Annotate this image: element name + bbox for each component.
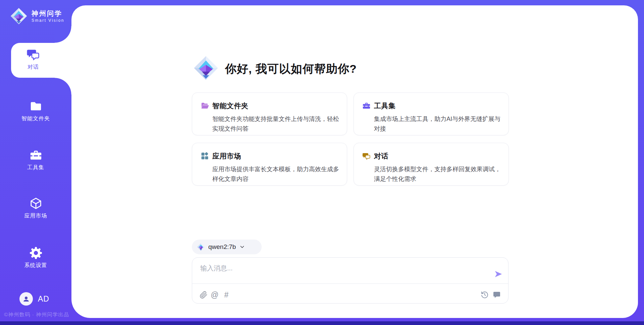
active-tab-curve-top (55, 26, 71, 43)
message-input[interactable] (200, 263, 489, 282)
message-composer: @ # (192, 257, 508, 304)
card-chat[interactable]: 对话 灵活切换多模型文件，支持多样回复效果调试，满足个性化需求 (354, 143, 509, 186)
brand-name-en: Smart Vision (32, 18, 64, 23)
composer-divider (192, 283, 508, 284)
chat-icon (362, 152, 371, 160)
bottom-bar (0, 321, 644, 325)
feature-cards: 智能文件夹 智能文件夹功能支持批量文件上传与清洗，轻松实现文件问答 工具集 集成… (192, 92, 509, 186)
card-title: 工具集 (374, 101, 396, 111)
send-icon[interactable] (494, 270, 503, 278)
brand-name-cn: 神州问学 (32, 10, 64, 17)
model-name: qwen2:7b (208, 243, 236, 251)
cube-icon (30, 197, 42, 210)
person-icon (22, 295, 30, 303)
main-panel: 你好, 我可以如何帮助你? 智能文件夹 智能文件夹功能支持批量文件上传与清洗，轻… (71, 5, 638, 318)
folder-open-icon (201, 102, 209, 110)
brand-logo: 神州问学 Smart Vision (10, 7, 64, 25)
hashtag-icon[interactable]: # (222, 291, 230, 299)
sidebar-item-app-market[interactable]: 应用市场 (0, 197, 71, 219)
card-title: 对话 (374, 151, 388, 161)
sidebar-item-toolset[interactable]: 工具集 (0, 149, 71, 171)
greeting-title: 你好, 我可以如何帮助你? (225, 61, 357, 77)
card-smart-folder[interactable]: 智能文件夹 智能文件夹功能支持批量文件上传与清洗，轻松实现文件问答 (192, 92, 347, 135)
user-initials: AD (38, 295, 49, 304)
sidebar-item-label: 应用市场 (24, 212, 47, 219)
toolbox-icon (30, 149, 42, 161)
model-selector[interactable]: qwen2:7b (192, 240, 262, 254)
model-diamond-icon (197, 243, 205, 251)
card-description: 灵活切换多模型文件，支持多样回复效果调试，满足个性化需求 (374, 165, 502, 184)
gear-icon (30, 247, 42, 259)
card-description: 应用市场提供丰富长文本模板，助力高效生成多样化文章内容 (212, 165, 340, 184)
card-description: 集成市场上主流工具，助力AI与外界无缝扩展与对接 (374, 114, 502, 134)
mention-icon[interactable]: @ (211, 291, 219, 299)
sidebar-item-smart-folder[interactable]: 智能文件夹 (0, 100, 71, 122)
card-toolset[interactable]: 工具集 集成市场上主流工具，助力AI与外界无缝扩展与对接 (354, 92, 509, 135)
copyright-footer: ©神州数码 · 神州问学出品 (4, 311, 69, 318)
card-title: 智能文件夹 (212, 101, 249, 111)
card-title: 应用市场 (212, 151, 241, 161)
app-window: 神州问学 Smart Vision 对话 智能文件夹 工具集 应用市场 系统设置… (0, 0, 644, 325)
greeting-diamond-icon (193, 55, 219, 81)
folder-icon (30, 100, 42, 113)
sidebar-item-settings[interactable]: 系统设置 (0, 247, 71, 269)
comment-icon[interactable] (493, 291, 501, 299)
sidebar-item-label: 对话 (28, 64, 39, 71)
sidebar-item-label: 系统设置 (24, 262, 47, 269)
sidebar-item-label: 工具集 (27, 164, 44, 171)
chat-icon (26, 48, 40, 61)
paperclip-icon[interactable] (200, 291, 208, 299)
toolbox-icon (362, 102, 371, 110)
brand-diamond-icon (10, 7, 28, 25)
history-icon[interactable] (481, 291, 489, 299)
avatar (19, 292, 33, 306)
card-description: 智能文件夹功能支持批量文件上传与清洗，轻松实现文件问答 (212, 114, 340, 134)
sidebar-item-chat[interactable]: 对话 (11, 48, 55, 71)
sidebar-item-label: 智能文件夹 (21, 115, 50, 122)
chevron-down-icon (239, 244, 245, 250)
user-account[interactable]: AD (19, 292, 49, 306)
active-tab-curve-bottom (55, 78, 71, 94)
grid-icon (201, 152, 209, 160)
card-app-market[interactable]: 应用市场 应用市场提供丰富长文本模板，助力高效生成多样化文章内容 (192, 143, 347, 186)
